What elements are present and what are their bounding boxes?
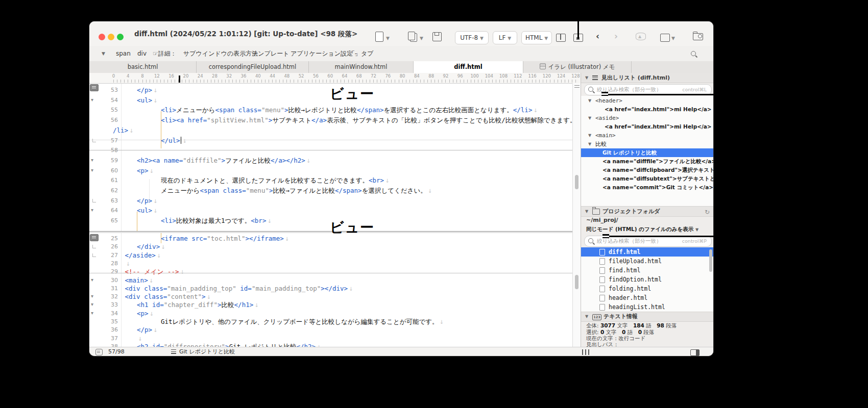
fold-disclosure-icon[interactable]: ▾ (91, 277, 93, 283)
heading-list-item[interactable]: ▼<main> (581, 131, 713, 140)
tab-イラレ (Illustrator) メモ[interactable]: イラレ (Illustrator) メモ (523, 61, 632, 73)
heading-list-item[interactable]: Git レポジトリと比較 (581, 148, 713, 157)
bottom-pane-line-32[interactable]: ▾32<div class="content">↓ (89, 292, 572, 301)
sidebar-toggle-icon[interactable] (690, 349, 700, 356)
bottom-pane-line-25[interactable]: 25<iframe src="toc.html"></iframe>↓ (89, 234, 572, 243)
code-text[interactable]: </p>↓ (137, 197, 158, 205)
search-icon[interactable] (691, 46, 696, 62)
top-pane-line-61[interactable]: 61現在のドキュメントと、選択したファイルを比較することができます。<br>↓ (89, 176, 572, 185)
zoom-window-button[interactable] (117, 34, 124, 40)
top-pane-line-60[interactable]: ▾60<p>↓ (89, 166, 572, 175)
save-icon[interactable] (432, 32, 442, 41)
code-text[interactable]: </div>↓ (137, 243, 165, 250)
file-list-item-find.html[interactable]: find.html (581, 266, 713, 275)
code-text[interactable]: <div class="content">↓ (125, 293, 211, 300)
project-folder-path[interactable]: ~/mi_proj/ (586, 216, 709, 224)
fold-disclosure-icon[interactable]: ▾ (91, 167, 93, 173)
fold-disclosure-icon[interactable]: ▾ (91, 301, 93, 307)
fold-disclosure-icon[interactable]: ▾ (91, 97, 93, 103)
mode-bar-item[interactable]: テンプレート (252, 46, 289, 61)
top-pane-line-wrap[interactable]: /li>↓ (89, 126, 572, 135)
fold-disclosure-icon[interactable]: ▾ (91, 293, 93, 299)
code-text[interactable]: </p>↓ (137, 326, 158, 334)
new-document-icon[interactable] (375, 32, 383, 42)
status-left-icon[interactable] (95, 349, 103, 355)
code-text[interactable]: <main>↓ (125, 276, 154, 284)
top-pane-line-63[interactable]: 63</p>↓ (89, 196, 572, 206)
duplicate-chevron-icon[interactable]: ▼ (420, 36, 423, 41)
disclosure-triangle-icon[interactable]: ▼ (588, 131, 591, 140)
code-text[interactable]: メニューから<span class="menu">比較→ファイルと比較</spa… (161, 187, 432, 195)
tab-basic.html[interactable]: basic.html (89, 61, 197, 73)
top-pane-line-65[interactable]: 65<li>比較対象は最大1つです。<br>↓ (89, 216, 572, 225)
fold-disclosure-icon[interactable]: ▾ (91, 310, 93, 316)
heading-list-item[interactable]: <a href="index.html">mi Help</a> (581, 105, 713, 114)
bottom-pane-line-38[interactable]: 38<h2 id="diffrepository">Git レポジトリと比較</… (89, 342, 572, 347)
top-pane-line-54[interactable]: ▾54<ul>↓ (89, 96, 572, 105)
tab-mainWindow.html[interactable]: mainWindow.html (309, 61, 414, 73)
text-info-header[interactable]: ▼ 123 テキスト情報 (581, 312, 713, 322)
tab-diff.html[interactable]: diff.html (414, 61, 523, 73)
code-text[interactable]: ↓ (113, 146, 118, 154)
bottom-pane-line-33[interactable]: ▾33<h1 id="chapter_diff">比較</h1>↓ (89, 300, 572, 310)
file-list-item-diff.html[interactable]: diff.html (581, 247, 713, 257)
heading-list-item[interactable]: <a href="index.html">mi Help</a> (581, 122, 713, 131)
disclosure-triangle-icon[interactable]: ▼ (585, 312, 588, 321)
multi-file-search-icon[interactable] (693, 33, 703, 40)
minimize-window-button[interactable] (108, 34, 114, 40)
mode-bar-item[interactable]: アプリケーション設定 - (291, 46, 357, 61)
disclosure-triangle-icon[interactable]: ▼ (585, 207, 588, 216)
mode-bar-chevron-icon[interactable]: ▼ (102, 46, 105, 61)
code-text[interactable]: </p>↓ (137, 86, 158, 94)
bottom-pane-line-36[interactable]: 36</p>↓ (89, 325, 572, 335)
top-pane-line-62[interactable]: 62メニューから<span class="menu">比較→ファイルと比較</s… (89, 186, 572, 195)
top-pane-line-58[interactable]: 58↓ (89, 146, 572, 155)
code-text[interactable]: <h2 id="diffrepository">Git レポジトリと比較</h2… (137, 343, 321, 347)
bottom-pane-line-26[interactable]: 26</div>↓ (89, 242, 572, 251)
code-text[interactable]: /li>↓ (113, 126, 134, 134)
code-text[interactable]: <p>↓ (137, 310, 154, 317)
pane-layout-icon[interactable] (582, 349, 589, 355)
code-text[interactable]: 現在のドキュメントと、選択したファイルを比較することができます。<br>↓ (161, 176, 390, 185)
mode-select[interactable]: HTML ▼ (521, 31, 552, 44)
disclosure-triangle-icon[interactable]: ▼ (585, 73, 588, 83)
bottom-pane-line-31[interactable]: 31<div class="main_padding_top" id="main… (89, 284, 572, 293)
heading-list-item[interactable]: ▼<header> (581, 96, 713, 105)
code-text[interactable]: <p>↓ (137, 167, 154, 174)
scrollbar-thumb-bottom-pane[interactable] (575, 275, 578, 289)
file-list-item-header.html[interactable]: header.html (581, 293, 713, 302)
window-mode-chevron-icon[interactable]: ▼ (671, 36, 675, 41)
code-text[interactable]: <li>メニューから<span class="menu">比較→レポジトリと比較… (161, 106, 538, 115)
code-text[interactable]: </aside>↓ (125, 251, 161, 259)
bottom-pane-line-30[interactable]: ▾30<main>↓ (89, 276, 572, 285)
disclosure-triangle-icon[interactable]: ▼ (588, 96, 591, 105)
heading-list-item[interactable]: <a name="diffsubtext">サブテキストと比.../a> (581, 174, 713, 183)
code-text[interactable]: <li>比較対象は最大1つです。<br>↓ (161, 217, 272, 225)
file-list-scrollbar-thumb[interactable] (709, 249, 712, 272)
code-text[interactable]: ↓ (137, 335, 142, 342)
bottom-pane-line-29[interactable]: 29<!-- メイン -->↓ (89, 267, 572, 276)
back-icon[interactable]: ‹ (596, 31, 599, 41)
disclosure-triangle-icon[interactable]: ▼ (588, 140, 591, 148)
split-horizontal-icon[interactable] (573, 34, 583, 42)
forward-icon[interactable]: › (614, 31, 618, 41)
heading-list-header[interactable]: ▼ 見出しリスト (diff.html) (581, 73, 713, 83)
code-text[interactable]: <div class="main_padding_top" id="main_p… (125, 285, 353, 292)
new-document-chevron-icon[interactable]: ▼ (386, 36, 390, 41)
heading-list-item[interactable]: ▼比較 (581, 140, 713, 148)
file-list-item-findOption.html[interactable]: findOption.html (581, 275, 713, 284)
split-handle-icon[interactable] (574, 85, 580, 89)
code-text[interactable]: <h2><a name="difffile">ファイルと比較</a></h2>↓ (137, 157, 310, 165)
heading-list-item[interactable]: <a name="commit">Git コミット</a> (581, 183, 713, 192)
file-list-item-fileUpload.html[interactable]: fileUpload.html (581, 257, 713, 266)
fold-disclosure-icon[interactable]: ▾ (91, 207, 93, 213)
split-vertical-icon[interactable] (556, 34, 566, 42)
disclosure-triangle-icon[interactable]: ▼ (588, 114, 591, 122)
file-filter-toggle[interactable]: 同じモード (HTML) のファイルのみを表示 ▼ (586, 224, 711, 234)
top-pane-line-57[interactable]: 57</ul>↓ (89, 136, 572, 145)
tab-correspondingFileUpload.html[interactable]: correspondingFileUpload.html (197, 61, 309, 73)
heading-search-input[interactable]: 絞り込み検索（部分一致） control⌘L (584, 84, 712, 95)
code-text[interactable]: </ul>↓ (161, 137, 187, 144)
bottom-pane-line-27[interactable]: 27</aside>↓ (89, 251, 572, 260)
heading-list-item[interactable]: <a name="diffclipboard">選択テキストと.../a> (581, 166, 713, 174)
